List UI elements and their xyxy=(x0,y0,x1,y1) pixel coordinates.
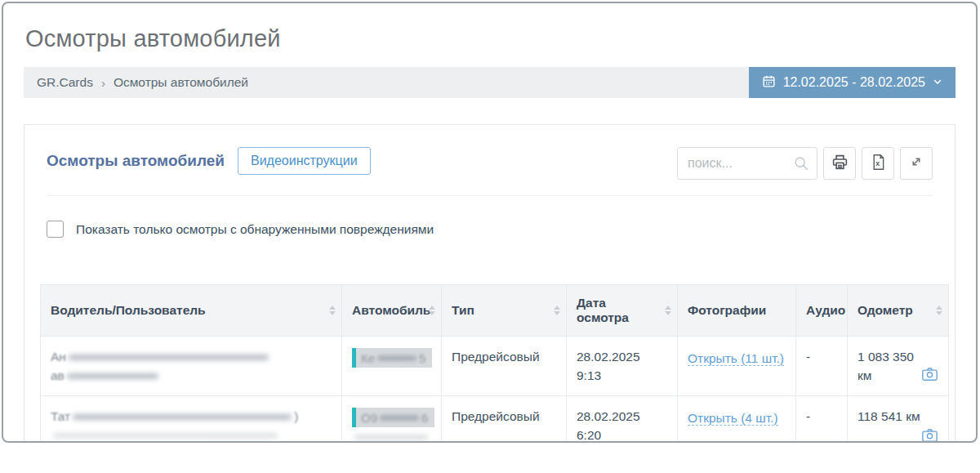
audio-cell: - xyxy=(796,396,848,444)
column-header-odometer[interactable]: Одометр xyxy=(848,285,949,337)
camera-icon[interactable] xyxy=(921,366,938,386)
damage-filter-checkbox[interactable] xyxy=(47,221,64,238)
redacted-text xyxy=(354,435,428,440)
breadcrumb-row: GR.Cards › Осмотры автомобилей 12.02.202… xyxy=(24,67,956,98)
odometer-cell: 1 083 350 км xyxy=(848,337,949,396)
printer-icon xyxy=(831,154,849,174)
redacted-text xyxy=(377,355,416,361)
photos-cell: Открыть (11 шт.) xyxy=(678,337,796,396)
camera-icon[interactable] xyxy=(921,427,938,443)
sort-icon[interactable] xyxy=(936,306,942,315)
car-plate-badge[interactable]: О96 xyxy=(352,408,434,427)
odometer-cell: 118 541 км xyxy=(848,396,949,444)
redacted-text xyxy=(67,373,158,379)
page-title: Осмотры автомобилей xyxy=(25,25,954,52)
date-range-label: 12.02.2025 - 28.02.2025 xyxy=(783,75,925,90)
sort-icon[interactable] xyxy=(665,306,671,315)
redacted-text xyxy=(73,414,292,420)
excel-file-icon: x xyxy=(870,154,887,174)
driver-cell: Тат) xyxy=(41,396,342,444)
car-plate-badge[interactable]: Ке5 xyxy=(352,348,432,368)
inspections-panel: Осмотры автомобилей Видеоинструкции xyxy=(24,124,956,443)
damage-filter-label[interactable]: Показать только осмотры с обнаруженными … xyxy=(76,222,434,237)
column-header-type[interactable]: Тип xyxy=(442,285,567,337)
sort-icon[interactable] xyxy=(554,306,560,315)
chevron-down-icon xyxy=(933,75,942,90)
inspections-table: Водитель/Пользователь Автомобиль Тип xyxy=(40,284,949,443)
breadcrumb: GR.Cards › Осмотры автомобилей xyxy=(24,67,749,98)
svg-text:x: x xyxy=(875,159,880,167)
car-cell: Ке5 xyxy=(342,337,442,396)
date-range-picker[interactable]: 12.02.2025 - 28.02.2025 xyxy=(749,67,956,98)
type-cell: Предрейсовый xyxy=(442,337,567,396)
calendar-icon xyxy=(762,74,776,91)
type-cell: Предрейсовый xyxy=(442,396,567,444)
table-row: Тат) О96 Предрейсовый 28.02.2025 6:20 От… xyxy=(41,396,949,444)
redacted-text xyxy=(53,433,278,439)
panel-title: Осмотры автомобилей xyxy=(47,152,225,170)
breadcrumb-separator: › xyxy=(101,76,105,90)
redacted-text xyxy=(69,355,269,360)
photos-cell: Открыть (4 шт.) xyxy=(678,396,796,444)
video-instructions-button[interactable]: Видеоинструкции xyxy=(238,147,371,175)
column-header-car[interactable]: Автомобиль xyxy=(342,285,442,337)
table-row: Ан ав Ке5 Предрейсовый 28.02.2025 9:13 О… xyxy=(41,337,949,396)
app-window: Осмотры автомобилей GR.Cards › Осмотры а… xyxy=(2,2,978,443)
expand-icon xyxy=(908,154,924,173)
open-photos-link[interactable]: Открыть (4 шт.) xyxy=(688,411,778,426)
date-cell: 28.02.2025 9:13 xyxy=(567,337,678,396)
breadcrumb-home[interactable]: GR.Cards xyxy=(37,75,93,90)
panel-header: Осмотры автомобилей Видеоинструкции xyxy=(24,125,955,195)
date-cell: 28.02.2025 6:20 xyxy=(567,396,678,444)
column-header-date[interactable]: Дата осмотра xyxy=(567,285,678,337)
audio-cell: - xyxy=(796,337,848,396)
sort-icon[interactable] xyxy=(329,306,336,315)
column-header-audio[interactable]: Аудио xyxy=(796,285,848,337)
fullscreen-button[interactable] xyxy=(900,147,933,180)
export-excel-button[interactable]: x xyxy=(862,147,894,180)
open-photos-link[interactable]: Открыть (11 шт.) xyxy=(688,351,784,366)
breadcrumb-current: Осмотры автомобилей xyxy=(114,75,248,90)
driver-cell: Ан ав xyxy=(41,337,342,396)
print-button[interactable] xyxy=(823,147,856,180)
redacted-text xyxy=(380,415,419,421)
column-header-driver[interactable]: Водитель/Пользователь xyxy=(41,285,342,337)
car-cell: О96 xyxy=(342,396,442,444)
sort-icon[interactable] xyxy=(429,306,435,315)
damage-filter-row: Показать только осмотры с обнаруженными … xyxy=(24,196,955,238)
column-header-photos[interactable]: Фотографии xyxy=(678,285,796,337)
table-header-row: Водитель/Пользователь Автомобиль Тип xyxy=(41,285,949,337)
